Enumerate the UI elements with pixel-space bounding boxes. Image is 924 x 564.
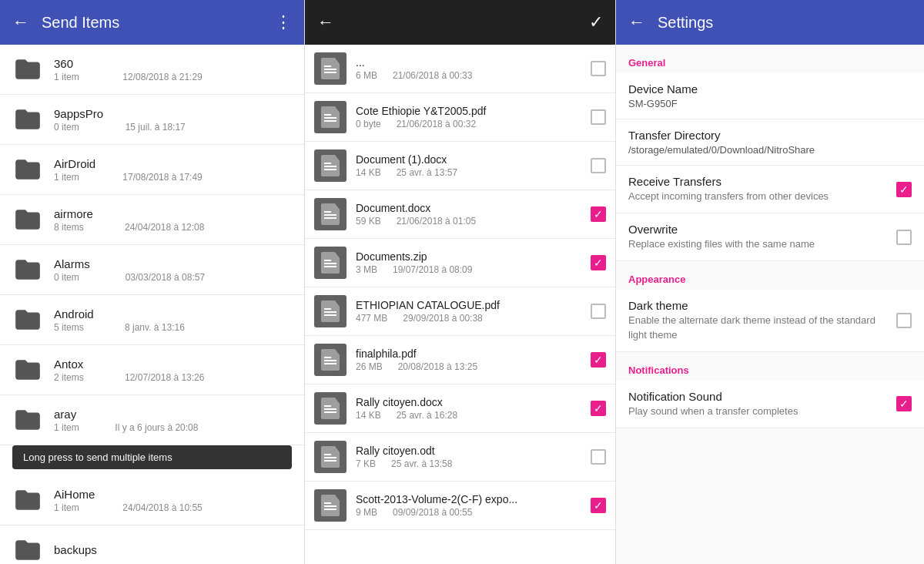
file-checkbox-checked[interactable]: ✓ [591, 352, 606, 368]
folder-icon [12, 154, 43, 185]
settings-transfer-dir[interactable]: Transfer Directory /storage/emulated/0/D… [616, 119, 924, 166]
folder-meta: 8 items 24/04/2018 à 12:08 [54, 222, 292, 233]
file-info: Rally citoyen.odt 7 KB 25 avr. à 13:58 [356, 445, 591, 469]
list-item[interactable]: Android 5 items 8 janv. à 13:16 [0, 295, 304, 345]
file-checkbox[interactable] [591, 109, 606, 125]
dark-theme-sub: Enable the alternate dark theme instead … [628, 314, 896, 341]
file-info: ... 6 MB 21/06/2018 à 00:33 [356, 56, 591, 81]
list-item[interactable]: ETHIOPIAN CATALOGUE.pdf 477 MB 29/09/201… [305, 287, 615, 336]
folder-name: Antox [54, 358, 292, 371]
settings-item-text: Dark theme Enable the alternate dark the… [628, 299, 896, 341]
list-item[interactable]: Documents.zip 3 MB 19/07/2018 à 08:09 ✓ [305, 239, 615, 287]
send-items-header: ← Send Items ⋮ [0, 0, 304, 45]
list-item[interactable]: Cote Ethiopie Y&T2005.pdf 0 byte 21/06/2… [305, 93, 615, 142]
notification-sound-checkbox[interactable]: ✓ [896, 396, 912, 411]
settings-dark-theme[interactable]: Dark theme Enable the alternate dark the… [616, 290, 924, 351]
file-doc-icon [314, 149, 346, 182]
list-item[interactable]: ... 6 MB 21/06/2018 à 00:33 [305, 45, 615, 93]
file-meta: 14 KB 25 avr. à 16:28 [356, 410, 591, 421]
file-info: Document.docx 59 KB 21/06/2018 à 01:05 [356, 202, 591, 227]
file-meta: 14 KB 25 avr. à 13:57 [356, 167, 591, 178]
folder-icon [12, 354, 43, 385]
list-item[interactable]: airmore 8 items 24/04/2018 à 12:08 [0, 195, 304, 245]
folder-icon [12, 104, 43, 135]
settings-section-appearance: Appearance [616, 261, 924, 290]
file-checkbox[interactable] [591, 61, 606, 76]
receive-transfers-title: Receive Transfers [628, 175, 896, 188]
file-checkbox-checked[interactable]: ✓ [591, 206, 606, 222]
list-item[interactable]: 9appsPro 0 item 15 juil. à 18:17 [0, 95, 304, 145]
file-checkbox-checked[interactable]: ✓ [591, 498, 606, 513]
notification-sound-sub: Play sound when a transfer completes [628, 405, 896, 418]
folder-meta: 2 items 12/07/2018 à 13:26 [54, 372, 292, 383]
file-doc-icon [314, 344, 346, 376]
list-item[interactable]: 360 1 item 12/08/2018 à 21:29 [0, 45, 304, 95]
send-menu-icon[interactable]: ⋮ [275, 14, 292, 31]
overwrite-checkbox[interactable] [896, 230, 912, 245]
folder-name: backups [54, 543, 292, 556]
list-item[interactable]: Alarms 0 item 03/03/2018 à 08:57 [0, 245, 304, 295]
file-name: Rally citoyen.odt [356, 445, 591, 457]
settings-back-icon[interactable]: ← [628, 14, 645, 31]
file-name: Document.docx [356, 202, 591, 214]
folder-meta: 1 item 12/08/2018 à 21:29 [54, 72, 292, 82]
folder-meta: 0 item 03/03/2018 à 08:57 [54, 272, 292, 283]
folder-info: AirDroid 1 item 17/08/2018 à 17:49 [54, 157, 292, 183]
file-doc-icon [314, 198, 346, 230]
list-item[interactable]: Antox 2 items 12/07/2018 à 13:26 [0, 345, 304, 395]
file-name: ETHIOPIAN CATALOGUE.pdf [356, 299, 591, 311]
folder-name: 360 [54, 57, 292, 70]
settings-overwrite[interactable]: Overwrite Replace existing files with th… [616, 213, 924, 261]
file-list: ... 6 MB 21/06/2018 à 00:33 Cote Ethiopi… [305, 45, 615, 564]
file-doc-icon [314, 52, 346, 85]
file-name: finalphila.pdf [356, 347, 591, 360]
send-back-icon[interactable]: ← [12, 14, 29, 31]
file-info: Scott-2013-Volume-2(C-F) expo... 9 MB 09… [356, 493, 591, 518]
file-checkbox[interactable] [591, 449, 606, 465]
file-back-icon[interactable]: ← [317, 14, 334, 31]
folder-info: Android 5 items 8 janv. à 13:16 [54, 307, 292, 333]
file-info: finalphila.pdf 26 MB 20/08/2018 à 13:25 [356, 347, 591, 372]
folder-name: AirDroid [54, 157, 292, 170]
settings-title: Settings [658, 14, 912, 32]
folder-meta: 0 item 15 juil. à 18:17 [54, 122, 292, 133]
file-meta: 26 MB 20/08/2018 à 13:25 [356, 361, 591, 372]
folder-icon [12, 204, 43, 235]
folder-name: 9appsPro [54, 107, 292, 120]
list-item[interactable]: aray 1 item Il y a 6 jours à 20:08 [0, 395, 304, 445]
file-meta: 9 MB 09/09/2018 à 00:55 [356, 507, 591, 518]
list-item[interactable]: Rally citoyen.odt 7 KB 25 avr. à 13:58 [305, 433, 615, 482]
folder-info: AiHome 1 item 24/04/2018 à 10:55 [54, 488, 292, 513]
list-item[interactable]: backups [0, 525, 304, 564]
receive-transfers-checkbox[interactable]: ✓ [896, 182, 912, 197]
file-check-icon[interactable]: ✓ [589, 14, 603, 31]
list-item[interactable]: Document.docx 59 KB 21/06/2018 à 01:05 ✓ [305, 190, 615, 239]
list-item[interactable]: AirDroid 1 item 17/08/2018 à 17:49 [0, 145, 304, 195]
file-info: Document (1).docx 14 KB 25 avr. à 13:57 [356, 153, 591, 178]
folder-info: airmore 8 items 24/04/2018 à 12:08 [54, 207, 292, 233]
file-checkbox[interactable] [591, 158, 606, 173]
dark-theme-checkbox[interactable] [896, 313, 912, 328]
list-item[interactable]: Rally citoyen.docx 14 KB 25 avr. à 16:28… [305, 384, 615, 433]
file-info: ETHIOPIAN CATALOGUE.pdf 477 MB 29/09/201… [356, 299, 591, 324]
file-list-panel: ← ✓ ... 6 MB 21/06/2018 à 00:33 Cote Eth… [305, 0, 616, 564]
file-checkbox-checked[interactable]: ✓ [591, 401, 606, 416]
list-item[interactable]: finalphila.pdf 26 MB 20/08/2018 à 13:25 … [305, 336, 615, 384]
file-meta: 6 MB 21/06/2018 à 00:33 [356, 70, 591, 81]
file-name: Document (1).docx [356, 153, 591, 166]
transfer-dir-title: Transfer Directory [628, 129, 912, 142]
file-doc-icon [314, 392, 346, 425]
list-item[interactable]: Document (1).docx 14 KB 25 avr. à 13:57 [305, 142, 615, 190]
settings-content: General Device Name SM-G950F Transfer Di… [616, 45, 924, 564]
file-checkbox-checked[interactable]: ✓ [591, 255, 606, 270]
settings-notification-sound[interactable]: Notification Sound Play sound when a tra… [616, 381, 924, 428]
settings-receive-transfers[interactable]: Receive Transfers Accept incoming transf… [616, 166, 924, 213]
file-checkbox[interactable] [591, 304, 606, 319]
overwrite-title: Overwrite [628, 223, 896, 236]
file-meta: 59 KB 21/06/2018 à 01:05 [356, 216, 591, 227]
list-item[interactable]: AiHome 1 item 24/04/2018 à 10:55 [0, 475, 304, 525]
settings-device-name[interactable]: Device Name SM-G950F [616, 73, 924, 119]
file-name: Rally citoyen.docx [356, 396, 591, 408]
folder-info: 360 1 item 12/08/2018 à 21:29 [54, 57, 292, 82]
list-item[interactable]: Scott-2013-Volume-2(C-F) expo... 9 MB 09… [305, 482, 615, 530]
